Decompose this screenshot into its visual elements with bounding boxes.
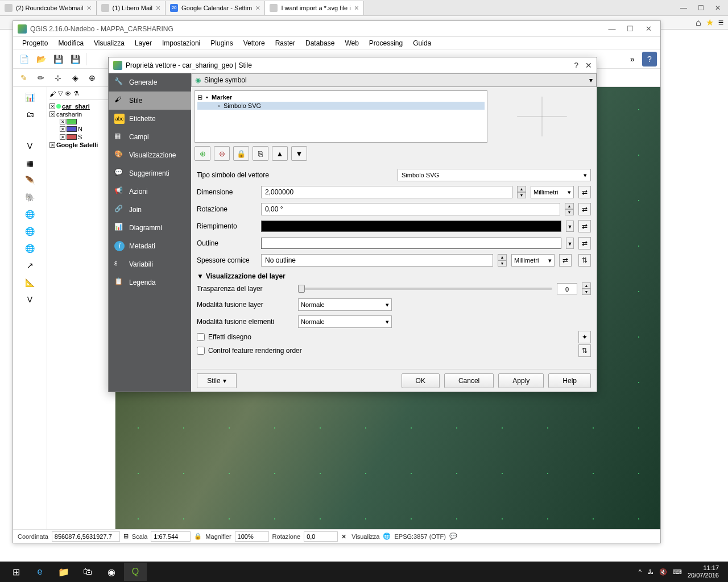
help-icon[interactable]: ? (642, 52, 657, 66)
layer-rendering-header[interactable]: ▼Visualizzazione del layer (197, 269, 591, 281)
menu-item[interactable]: Plugins (206, 38, 237, 48)
db-icon[interactable]: 🐘 (23, 190, 37, 204)
tree-row[interactable]: ⊟ • Marker (197, 93, 485, 102)
renderer-type-combo[interactable]: ◉ Single symbol ▾ (191, 73, 597, 87)
checkbox[interactable]: ✕ (49, 142, 55, 148)
checkbox[interactable]: ✕ (60, 119, 65, 124)
rotation-input[interactable] (261, 203, 560, 215)
browser-tab[interactable]: 20Google Calendar - Settim× (166, 1, 265, 15)
filter-icon[interactable]: ▽ (58, 90, 63, 97)
effects-settings-button[interactable]: ✦ (578, 331, 591, 343)
funnel-icon[interactable]: ⚗ (73, 90, 79, 97)
add-symbol-button[interactable]: ⊕ (195, 146, 210, 161)
sort-button[interactable]: ⇅ (578, 254, 591, 267)
close-button[interactable]: ✕ (641, 24, 656, 33)
language-icon[interactable]: ⌨ (673, 568, 682, 576)
sidebar-item-diagrammi[interactable]: 📊Diagrammi (109, 219, 191, 237)
lock-symbol-button[interactable]: 🔒 (233, 146, 249, 161)
spinner[interactable]: ▲▼ (582, 282, 591, 295)
chevron-down-icon[interactable]: ▼ (566, 221, 574, 232)
spinner[interactable]: ▲▼ (565, 203, 574, 215)
checkbox[interactable]: ✕ (49, 103, 55, 109)
outline-width-input[interactable] (261, 254, 493, 267)
checkbox[interactable]: ✕ (49, 111, 55, 117)
crs-label[interactable]: EPSG:3857 (OTF) (394, 533, 445, 540)
symbol-type-combo[interactable]: Simbolo SVG▾ (398, 169, 591, 181)
menu-item[interactable]: Web (340, 38, 363, 48)
layer-name[interactable]: car_shari (62, 103, 90, 110)
tree-row[interactable]: ◦ Simbolo SVG (197, 102, 485, 110)
qgis-titlebar[interactable]: QGIS 2.16.0-Nødebo - MAPPA_CARSHARING — … (13, 21, 660, 37)
menu-item[interactable]: Vettore (239, 38, 270, 48)
spinner[interactable]: ▲▼ (517, 186, 526, 198)
close-button[interactable]: ✕ (585, 61, 592, 70)
volume-icon[interactable]: 🔇 (659, 568, 667, 576)
spinner[interactable]: ▲▼ (498, 254, 507, 267)
home-icon[interactable]: ⌂ (696, 18, 701, 28)
sidebar-item-azioni[interactable]: 📢Azioni (109, 182, 191, 201)
globe-wms-icon[interactable]: 🌐 (23, 225, 37, 238)
size-unit-combo[interactable]: Millimetri▾ (531, 186, 574, 198)
lock-icon[interactable]: 🔒 (194, 533, 202, 540)
menu-item[interactable]: Database (301, 38, 339, 48)
style-menu-button[interactable]: Stile▾ (197, 373, 237, 388)
menu-item[interactable]: Modifica (53, 38, 88, 48)
maximize-button[interactable]: ☐ (693, 2, 709, 14)
sidebar-item-metadati[interactable]: iMetadati (109, 237, 191, 255)
path-icon[interactable]: ↗ (23, 259, 37, 272)
menu-item[interactable]: Visualizza (89, 38, 129, 48)
data-defined-button[interactable]: ⇄ (578, 220, 591, 232)
minimize-button[interactable]: — (605, 24, 619, 33)
qgis-taskbar-icon[interactable]: Q (124, 563, 147, 581)
clock[interactable]: 11:17 20/07/2016 (688, 564, 723, 579)
menu-item[interactable]: Guida (408, 38, 436, 48)
vector-tool-icon[interactable]: V (23, 139, 37, 153)
sidebar-item-generale[interactable]: 🔧Generale (109, 73, 191, 92)
sidebar-item-suggerimenti[interactable]: 💬Suggerimenti (109, 164, 191, 182)
close-icon[interactable]: × (86, 3, 91, 13)
virtual-layer-icon[interactable]: V (23, 293, 37, 306)
new-project-icon[interactable]: 📄 (16, 52, 31, 66)
messages-icon[interactable]: 💬 (449, 533, 457, 540)
edge-icon[interactable]: e (28, 563, 51, 581)
close-button[interactable]: ✕ (710, 2, 726, 14)
tool-icon[interactable]: ⊕ (85, 70, 100, 85)
menu-icon[interactable]: ≡ (718, 18, 723, 28)
symbol-tree[interactable]: ⊟ • Marker ◦ Simbolo SVG (195, 90, 487, 143)
sidebar-item-variabili[interactable]: εVariabili (109, 255, 191, 273)
pencil-icon[interactable]: ✎ (16, 70, 31, 85)
menu-item[interactable]: Layer (130, 38, 156, 48)
close-icon[interactable]: × (255, 3, 260, 13)
menu-item[interactable]: Processing (365, 38, 407, 48)
draw-effects-checkbox[interactable] (197, 333, 205, 341)
cancel-button[interactable]: Cancel (444, 373, 494, 388)
browser-tab[interactable]: (2) Roundcube Webmail× (0, 1, 97, 15)
store-icon[interactable]: 🛍 (76, 563, 99, 581)
outline-unit-combo[interactable]: Millimetri▾ (511, 254, 555, 267)
sidebar-item-join[interactable]: 🔗Join (109, 201, 191, 219)
checkbox[interactable]: ✕ (60, 126, 65, 132)
blend-feature-combo[interactable]: Normale▾ (298, 315, 392, 328)
sidebar-item-etichette[interactable]: abcEtichette (109, 110, 191, 128)
blend-layer-combo[interactable]: Normale▾ (298, 298, 392, 311)
eye-icon[interactable]: 👁 (65, 90, 71, 97)
start-button[interactable]: ⊞ (5, 563, 27, 581)
dialog-titlebar[interactable]: Proprietà vettore - car_sharing_geo | St… (109, 57, 597, 73)
globe-wfs-icon[interactable]: 🌐 (23, 242, 37, 255)
menu-item[interactable]: Raster (271, 38, 300, 48)
network-icon[interactable]: 🖧 (647, 568, 653, 575)
ok-button[interactable]: OK (402, 373, 440, 388)
rotation-input[interactable] (304, 531, 338, 542)
layer-name[interactable]: Google Satelli (56, 142, 98, 148)
help-button[interactable]: Help (548, 373, 591, 388)
save-icon[interactable]: 💾 (51, 52, 65, 66)
data-defined-button[interactable]: ⇄ (578, 237, 591, 250)
outline-color-button[interactable] (261, 238, 561, 249)
scale-input[interactable] (151, 531, 191, 542)
measure-icon[interactable]: 📐 (23, 276, 37, 289)
explorer-icon[interactable]: 📁 (52, 563, 75, 581)
transparency-value[interactable]: 0 (557, 283, 577, 294)
data-defined-button[interactable]: ⇄ (578, 186, 591, 198)
minimize-button[interactable]: — (676, 2, 692, 14)
help-button[interactable]: ? (574, 61, 578, 70)
